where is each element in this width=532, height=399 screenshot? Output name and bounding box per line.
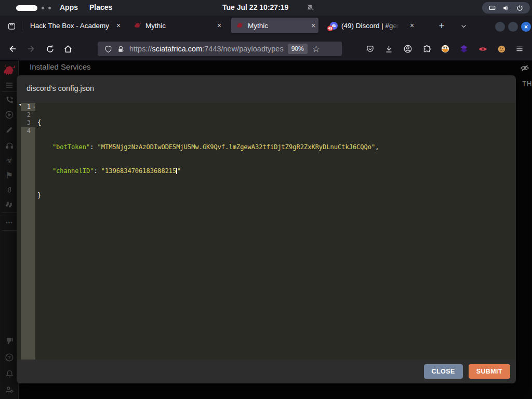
tab-close-icon[interactable]: × — [308, 20, 318, 31]
extension-foxyproxy-icon[interactable] — [458, 43, 470, 55]
json-code-editor[interactable]: ▲ ▼ 1▾ 2 3 4 { "botToken": "MTM5NjgzNzAz… — [17, 103, 516, 360]
url-path: :7443/new/payloadtypes — [202, 45, 283, 53]
tab-hack-the-box[interactable]: Hack The Box - Academy × — [25, 18, 124, 33]
url-scheme: https:// — [129, 45, 152, 53]
clock[interactable]: Tue Jul 22 10:27:19 — [222, 3, 288, 11]
account-icon[interactable] — [402, 43, 414, 55]
apps-menu[interactable]: Apps — [60, 3, 78, 11]
url-bar[interactable]: https://sciatafrica.com:7443/new/payload… — [98, 42, 342, 56]
reload-button[interactable] — [44, 43, 56, 55]
mythic-favicon — [134, 21, 142, 30]
sidebar-divider — [2, 212, 17, 213]
url-domain: sciatafrica.com — [152, 45, 203, 53]
sidebar-callbacks-phone-icon[interactable] — [0, 94, 19, 105]
tab-discord[interactable]: 49 (49) Discord | #gener × — [325, 18, 417, 33]
back-button[interactable] — [6, 43, 19, 55]
sidebar-menu-icon[interactable] — [0, 79, 19, 91]
window-close-button[interactable]: × — [521, 22, 531, 32]
sidebar-payloads-biohazard-icon[interactable]: ☣ — [0, 154, 19, 166]
extensions-puzzle-icon[interactable] — [420, 43, 433, 55]
places-menu[interactable]: Places — [89, 3, 112, 11]
home-button[interactable] — [62, 43, 74, 55]
close-button[interactable]: CLOSE — [424, 364, 463, 379]
desktop: Apps Places Tue Jul 22 10:27:19 Hack The… — [0, 0, 532, 399]
tab-separator — [22, 21, 22, 30]
sidebar-feedback-thumbsdown-icon[interactable] — [0, 335, 19, 347]
tab-label: Hack The Box - Academy — [30, 22, 109, 30]
code-line-3: "channelID": "1396834706183688215" — [37, 167, 516, 176]
extension-hacktools-icon[interactable] — [439, 43, 451, 55]
extension-eye-icon[interactable] — [476, 43, 489, 55]
system-status-area[interactable] — [482, 2, 530, 14]
browser-tab-bar: Hack The Box - Academy × Mythic × Mythic… — [0, 16, 532, 35]
browser-viewport: ☣ ⚑ ••• ? Installed Servic — [0, 61, 532, 399]
sidebar-divider — [2, 230, 17, 231]
sidebar-operators-settings-icon[interactable] — [0, 384, 19, 395]
sidebar-paperclip-icon[interactable] — [0, 184, 19, 196]
forward-button[interactable] — [25, 43, 37, 55]
sidebar-help-icon[interactable]: ? — [0, 352, 19, 363]
mythic-favicon — [236, 21, 244, 30]
os-top-bar: Apps Places Tue Jul 22 10:27:19 — [0, 0, 532, 16]
tab-mythic-active[interactable]: Mythic × — [231, 18, 318, 33]
line-number[interactable]: 1▾ — [21, 103, 35, 111]
firefox-view-icon[interactable] — [5, 20, 18, 32]
json-key-channelid: "channelID" — [37, 167, 94, 175]
code-line-2: "botToken": "MTM5NjgzNzAzODIwODE5MjU5Mw.… — [37, 143, 516, 152]
submit-button[interactable]: SUBMIT — [469, 364, 510, 379]
fold-caret-icon[interactable]: ▾ — [33, 103, 35, 112]
dialog-actions: CLOSE SUBMIT — [424, 364, 510, 379]
window-minimize-button[interactable] — [495, 22, 505, 32]
network-icon — [488, 4, 496, 12]
page-background-fragment: TH — [522, 79, 532, 87]
discord-favicon: 49 — [329, 21, 338, 30]
line-number[interactable]: 3 — [21, 119, 35, 127]
sidebar-active-callbacks-icon[interactable] — [0, 109, 19, 121]
hide-services-eye-slash-icon[interactable] — [520, 63, 529, 73]
svg-text:?: ? — [8, 355, 11, 360]
dialog-title: discord's config.json — [26, 84, 94, 92]
sidebar-divider — [2, 91, 17, 92]
new-tab-button[interactable]: + — [435, 20, 448, 32]
tab-overflow-button[interactable] — [457, 20, 470, 32]
power-icon — [516, 4, 524, 12]
sidebar-notifications-bell-icon[interactable] — [0, 368, 19, 379]
json-value-bottoken: "MTM5NjgzNzAzODIwODE5MjU5Mw.GK9Qvf.lmZge… — [98, 143, 376, 151]
extension-cookie-icon[interactable] — [495, 43, 508, 55]
tracking-protection-shield-icon[interactable] — [104, 45, 112, 53]
url-text[interactable]: https://sciatafrica.com:7443/new/payload… — [129, 45, 284, 53]
sidebar-socks-icon[interactable] — [0, 200, 19, 211]
code-content[interactable]: { "botToken": "MTM5NjgzNzAzODIwODE5MjU5M… — [37, 103, 516, 216]
code-line-4: } — [37, 192, 516, 200]
downloads-icon[interactable] — [382, 43, 395, 55]
app-menu-hamburger-icon[interactable] — [513, 43, 526, 55]
tab-mythic-1[interactable]: Mythic × — [129, 18, 224, 33]
workspace-dot[interactable] — [48, 7, 51, 9]
discord-unread-badge: 49 — [327, 25, 333, 31]
tab-close-icon[interactable]: × — [113, 20, 124, 31]
tab-close-icon[interactable]: × — [407, 20, 417, 31]
sidebar-checkered-flag-icon[interactable]: ⚑ — [0, 169, 19, 181]
workspace-dot[interactable] — [42, 7, 44, 9]
tab-label: Mythic — [248, 22, 268, 30]
bookmark-star-icon[interactable]: ☆ — [312, 44, 320, 55]
lock-warning-icon[interactable] — [117, 45, 125, 53]
tab-label: (49) Discord | #gener — [341, 22, 400, 30]
notifications-muted-icon — [305, 3, 315, 12]
window-maximize-button[interactable] — [508, 22, 518, 32]
sidebar-more-ellipsis-icon[interactable]: ••• — [0, 217, 19, 228]
line-number[interactable]: 2 — [21, 111, 35, 119]
sidebar-paintbrush-icon[interactable] — [0, 124, 19, 136]
sidebar-headphones-icon[interactable] — [0, 139, 19, 151]
workspace-indicator[interactable] — [16, 5, 37, 11]
line-number[interactable]: 4 — [21, 127, 35, 136]
mythic-sidebar: ☣ ⚑ ••• ? — [0, 61, 19, 399]
mythic-logo[interactable] — [0, 63, 19, 78]
zoom-level-badge[interactable]: 90% — [288, 44, 308, 54]
json-key-bottoken: "botToken" — [37, 143, 90, 151]
pocket-icon[interactable] — [364, 43, 376, 55]
config-dialog: discord's config.json ▲ ▼ 1▾ 2 3 4 { — [17, 75, 516, 383]
tab-close-icon[interactable]: × — [214, 20, 224, 31]
page-title: Installed Services — [30, 62, 91, 71]
code-line-1: { — [37, 119, 516, 127]
